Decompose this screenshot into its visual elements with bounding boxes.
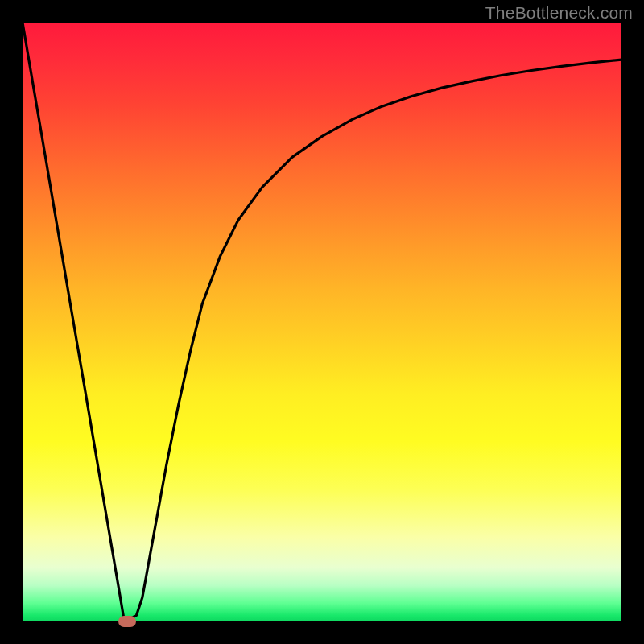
chart-minimum-marker <box>118 616 136 627</box>
watermark-text: TheBottleneck.com <box>485 3 633 23</box>
chart-plot-area <box>23 23 621 621</box>
chart-curve <box>23 23 621 621</box>
chart-frame: TheBottleneck.com <box>0 0 644 644</box>
